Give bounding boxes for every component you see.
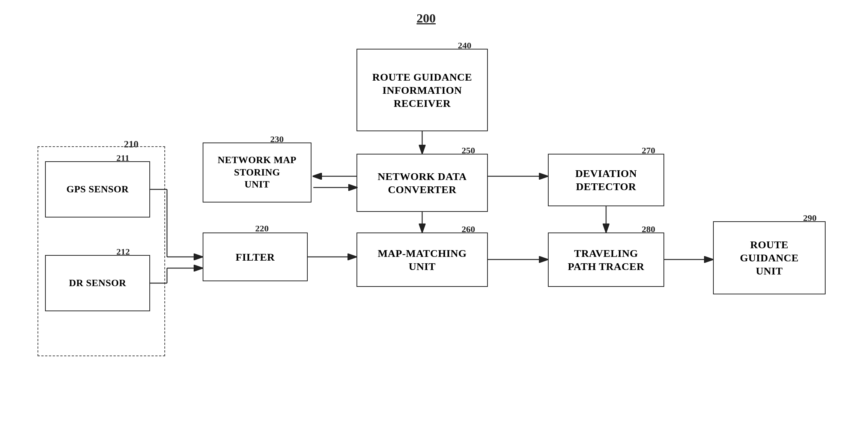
map-matching-ref: 260	[462, 224, 475, 234]
filter-ref: 220	[255, 224, 269, 234]
dr-sensor-block: DR SENSOR	[45, 255, 150, 311]
network-map-ref: 230	[270, 134, 284, 144]
sensor-group-ref: 210	[124, 139, 138, 150]
diagram: 200 210 GPS SENSOR 211 DR SENSOR 212 FIL…	[0, 0, 868, 447]
diagram-title: 200	[417, 11, 436, 26]
route-guidance-receiver-block: ROUTE GUIDANCEINFORMATIONRECEIVER	[357, 49, 488, 131]
traveling-ref: 280	[642, 224, 655, 234]
filter-block: FILTER	[203, 232, 308, 281]
dr-sensor-ref: 212	[116, 247, 130, 257]
deviation-ref: 270	[642, 146, 655, 156]
route-guidance-unit-block: ROUTEGUIDANCEUNIT	[713, 221, 826, 294]
deviation-detector-block: DEVIATIONDETECTOR	[548, 154, 664, 206]
gps-sensor-block: GPS SENSOR	[45, 161, 150, 218]
map-matching-block: MAP-MATCHINGUNIT	[357, 232, 488, 287]
route-guidance-unit-ref: 290	[803, 213, 817, 223]
converter-ref: 250	[462, 146, 475, 156]
network-data-converter-block: NETWORK DATACONVERTER	[357, 154, 488, 212]
traveling-path-tracer-block: TRAVELINGPATH TRACER	[548, 232, 664, 287]
network-map-storing-block: NETWORK MAPSTORINGUNIT	[203, 142, 311, 202]
receiver-ref: 240	[458, 40, 471, 51]
gps-sensor-ref: 211	[116, 153, 129, 163]
